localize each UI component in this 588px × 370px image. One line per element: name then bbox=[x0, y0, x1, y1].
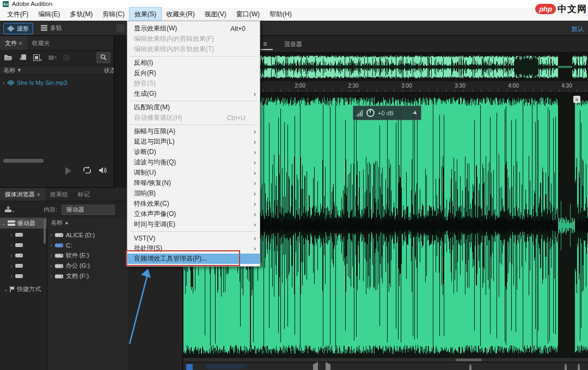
drive-row[interactable]: › C: bbox=[47, 240, 128, 250]
drive-list-header[interactable]: 名称 ▲ bbox=[47, 218, 128, 227]
menu-bar-item[interactable]: 效果(S) bbox=[130, 8, 161, 21]
expand-chevron-icon[interactable]: › bbox=[8, 242, 15, 248]
expand-chevron-icon[interactable]: › bbox=[8, 263, 15, 269]
import-file-icon[interactable] bbox=[19, 54, 27, 61]
effects-menu-item[interactable]: 特殊效果(C) › bbox=[127, 199, 260, 209]
tree-scrollbar[interactable] bbox=[44, 219, 46, 244]
panel-menu-icon[interactable]: ≡ bbox=[19, 40, 22, 46]
scrollbar-handle[interactable] bbox=[456, 359, 482, 361]
effects-menu-item[interactable]: 立体声声像(O) › bbox=[127, 209, 260, 219]
menu-bar-item[interactable]: 收藏夹(R) bbox=[161, 8, 200, 21]
drive-row[interactable]: › 办公 (G:) bbox=[47, 261, 128, 271]
tab-favorites[interactable]: 收藏夹 bbox=[27, 36, 55, 50]
effects-menu-item[interactable]: 编辑效果组内的音轨效果(T) › bbox=[127, 44, 260, 54]
zoom-out-button[interactable] bbox=[578, 365, 580, 370]
expand-chevron-icon[interactable]: › bbox=[47, 252, 55, 258]
add-drive-icon[interactable] bbox=[4, 206, 15, 213]
horizontal-scrollbar[interactable] bbox=[3, 159, 44, 163]
drive-row[interactable]: › ALICE (D:) bbox=[47, 230, 128, 240]
menu-item-label: 降噪/恢复(N) bbox=[134, 178, 171, 188]
expand-chevron-icon[interactable]: › bbox=[8, 232, 15, 238]
pin-icon[interactable]: ➤ bbox=[411, 109, 419, 118]
spectral-toggle-button[interactable] bbox=[117, 24, 125, 32]
panel-menu-icon[interactable]: ≡ bbox=[37, 192, 40, 198]
menu-bar-item[interactable]: 多轨(M) bbox=[65, 8, 97, 21]
open-file-icon[interactable] bbox=[4, 54, 13, 61]
effects-menu-item[interactable]: 诊断(D) › bbox=[127, 147, 260, 157]
tree-child-row[interactable]: › bbox=[8, 230, 47, 240]
menu-item-shortcut: Ctrl+U bbox=[227, 114, 255, 122]
menu-bar-item[interactable]: 视图(V) bbox=[200, 8, 231, 21]
effects-menu-item[interactable]: 显示效果组(W) Alt+0 › bbox=[127, 23, 260, 34]
menu-bar-item[interactable]: 编辑(E) bbox=[33, 8, 65, 21]
drive-row[interactable]: › 文档 (F:) bbox=[47, 271, 128, 281]
effects-menu-item[interactable]: 调制(U) › bbox=[127, 168, 260, 178]
tab-mixer[interactable]: 混音器 bbox=[284, 40, 302, 48]
drive-row[interactable]: › 软件 (E:) bbox=[47, 250, 128, 261]
gain-knob-icon[interactable] bbox=[366, 109, 375, 117]
panel-menu-icon[interactable]: ≡ bbox=[263, 40, 267, 48]
rewind-button[interactable] bbox=[313, 365, 318, 370]
tab-media-browser[interactable]: 媒体浏览器 ≡ bbox=[0, 188, 45, 201]
multitrack-view-button[interactable]: 多轨 bbox=[37, 23, 66, 33]
effects-menu-item[interactable]: 反向(R) › bbox=[127, 68, 260, 78]
tree-child-row[interactable]: › bbox=[8, 240, 47, 250]
effects-menu-item[interactable]: 匹配响度(M) › bbox=[127, 102, 260, 113]
expand-chevron-icon[interactable]: › bbox=[47, 273, 55, 279]
expand-chevron-icon[interactable]: › bbox=[8, 252, 15, 258]
content-dropdown[interactable]: 驱动器 bbox=[62, 205, 115, 215]
zoom-in-button[interactable] bbox=[565, 365, 567, 370]
menu-bar-item[interactable]: 剪辑(C) bbox=[97, 8, 130, 21]
effects-menu-item[interactable]: 滤波与均衡(Q) › bbox=[127, 157, 260, 168]
effects-menu-item[interactable]: 自动修复选区(H) Ctrl+U › bbox=[127, 113, 260, 123]
preview-play-button[interactable] bbox=[65, 167, 71, 175]
extract-audio-icon[interactable] bbox=[33, 54, 42, 61]
volume-hud[interactable]: +0 dB ➤ bbox=[353, 106, 421, 120]
effects-menu-item[interactable]: 反相(I) › bbox=[127, 58, 260, 68]
menu-bar-item[interactable]: 帮助(H) bbox=[265, 8, 297, 21]
waveform-scrollbar[interactable] bbox=[183, 358, 588, 362]
effects-menu-item[interactable]: 降噪/恢复(N) › bbox=[127, 178, 260, 188]
tab-files[interactable]: 文件 ≡ bbox=[0, 36, 27, 50]
file-row[interactable]: › She Is My Sin.mp3 bbox=[0, 77, 114, 88]
expand-chevron-icon[interactable]: › bbox=[47, 242, 55, 248]
effects-menu-item[interactable]: 静音(S) › bbox=[127, 78, 260, 89]
effects-menu-item[interactable]: 振幅与压限(A) › bbox=[127, 126, 260, 137]
column-status[interactable]: 状态 bbox=[104, 66, 114, 75]
collapse-chevron-icon[interactable]: ⌄ bbox=[2, 286, 10, 292]
disk-drive-icon bbox=[15, 232, 23, 237]
gain-value[interactable]: +0 dB bbox=[378, 110, 394, 116]
tree-child-row[interactable]: › bbox=[8, 261, 47, 271]
tree-shortcuts-label: 快捷方式 bbox=[17, 285, 41, 293]
effects-menu-item[interactable]: 延迟与回声(L) › bbox=[127, 137, 260, 147]
collapse-chevron-icon[interactable]: ⌄ bbox=[0, 220, 8, 226]
tree-child-row[interactable]: › bbox=[8, 250, 47, 261]
loop-button[interactable] bbox=[469, 365, 471, 370]
expand-chevron-icon[interactable]: › bbox=[8, 273, 15, 279]
menu-bar-item[interactable]: 窗口(W) bbox=[231, 8, 265, 21]
play-button[interactable] bbox=[326, 365, 330, 370]
time-format-swatch[interactable] bbox=[186, 364, 193, 370]
speaker-icon[interactable] bbox=[99, 166, 108, 176]
expand-chevron-icon[interactable]: › bbox=[47, 232, 55, 238]
tree-root-drives[interactable]: ⌄ 驱动器 bbox=[0, 218, 47, 229]
effects-menu-item[interactable]: 编辑效果组内的剪辑效果(F) › bbox=[127, 34, 260, 44]
workspace-selector[interactable]: 默认 bbox=[572, 25, 584, 33]
loop-playback-icon[interactable] bbox=[83, 166, 91, 176]
effects-menu-item[interactable]: 混响(B) › bbox=[127, 188, 260, 199]
waveform-view-button[interactable]: 波形 bbox=[3, 23, 33, 34]
tree-shortcuts[interactable]: ⌄ 快捷方式 bbox=[2, 284, 47, 294]
effects-menu-item[interactable]: 时间与变调(E) › bbox=[127, 219, 260, 230]
column-name[interactable]: 名称 bbox=[3, 66, 15, 75]
panel-settings-icon[interactable]: ≡ bbox=[573, 96, 580, 103]
tab-effects-rack[interactable]: 效果组 bbox=[45, 188, 73, 201]
tab-markers[interactable]: 标记 bbox=[73, 188, 95, 201]
expand-chevron-icon[interactable]: › bbox=[47, 263, 55, 269]
tree-child-row[interactable]: › bbox=[8, 271, 47, 281]
search-button[interactable] bbox=[96, 52, 111, 63]
menu-bar-item[interactable]: 文件(F) bbox=[2, 8, 33, 21]
files-panel-tabs: 文件 ≡ 收藏夹 bbox=[0, 36, 114, 51]
expand-chevron-icon[interactable]: › bbox=[0, 80, 8, 86]
effects-menu-item[interactable]: 生成(G) › bbox=[127, 89, 260, 99]
effects-menu-item[interactable]: VST(V) › bbox=[127, 233, 260, 243]
